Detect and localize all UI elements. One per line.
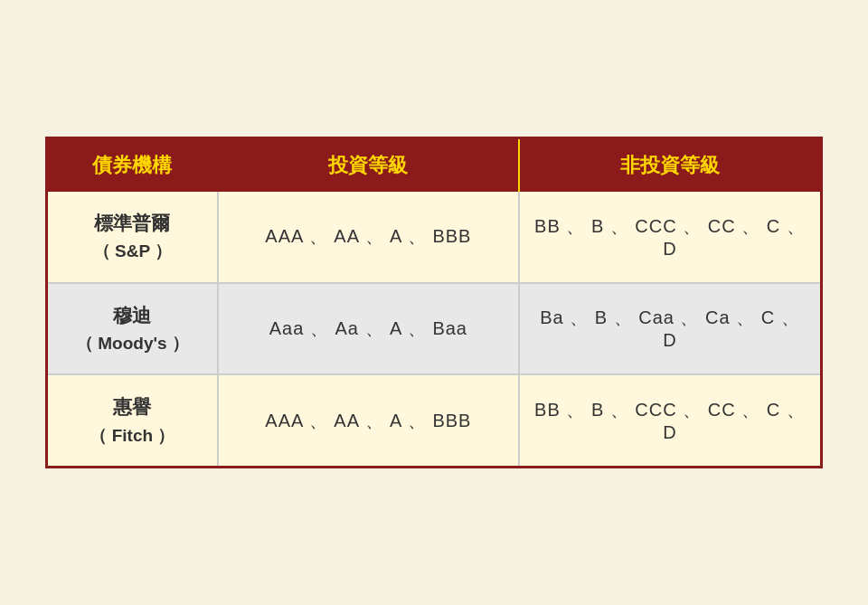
table-header-row: 債券機構 投資等級 非投資等級 xyxy=(48,139,820,192)
moodys-investment-grade: Aaa 、 Aa 、 A 、 Baa xyxy=(218,283,519,375)
fitch-investment-grade: AAA 、 AA 、 A 、 BBB xyxy=(218,374,519,466)
col-header-agency: 債券機構 xyxy=(48,139,218,192)
agency-moodys-en: （ Moody's ） xyxy=(62,330,203,357)
fitch-non-investment-grade: BB 、 B 、 CCC 、 CC 、 C 、 D xyxy=(519,374,820,466)
rating-table-wrapper: 債券機構 投資等級 非投資等級 標準普爾 （ S&P ） AAA 、 AA 、 … xyxy=(45,137,823,469)
rating-table: 債券機構 投資等級 非投資等級 標準普爾 （ S&P ） AAA 、 AA 、 … xyxy=(48,139,820,467)
col-header-non-investment: 非投資等級 xyxy=(519,139,820,192)
col-header-investment: 投資等級 xyxy=(218,139,519,192)
moodys-non-investment-grade: Ba 、 B 、 Caa 、 Ca 、 C 、 D xyxy=(519,283,820,375)
agency-sp-en: （ S&P ） xyxy=(62,238,203,265)
agency-fitch-en: （ Fitch ） xyxy=(62,422,203,449)
sp-non-investment-grade: BB 、 B 、 CCC 、 CC 、 C 、 D xyxy=(519,192,820,283)
agency-moodys-zh: 穆迪 xyxy=(62,300,203,331)
table-row: 穆迪 （ Moody's ） Aaa 、 Aa 、 A 、 Baa Ba 、 B… xyxy=(48,283,820,375)
agency-sp-zh: 標準普爾 xyxy=(62,208,203,239)
table-row: 標準普爾 （ S&P ） AAA 、 AA 、 A 、 BBB BB 、 B 、… xyxy=(48,192,820,283)
agency-fitch: 惠譽 （ Fitch ） xyxy=(48,374,218,466)
sp-investment-grade: AAA 、 AA 、 A 、 BBB xyxy=(218,192,519,283)
agency-fitch-zh: 惠譽 xyxy=(62,392,203,422)
agency-moodys: 穆迪 （ Moody's ） xyxy=(48,283,218,375)
table-row: 惠譽 （ Fitch ） AAA 、 AA 、 A 、 BBB BB 、 B 、… xyxy=(48,374,820,466)
agency-sp: 標準普爾 （ S&P ） xyxy=(48,192,218,283)
